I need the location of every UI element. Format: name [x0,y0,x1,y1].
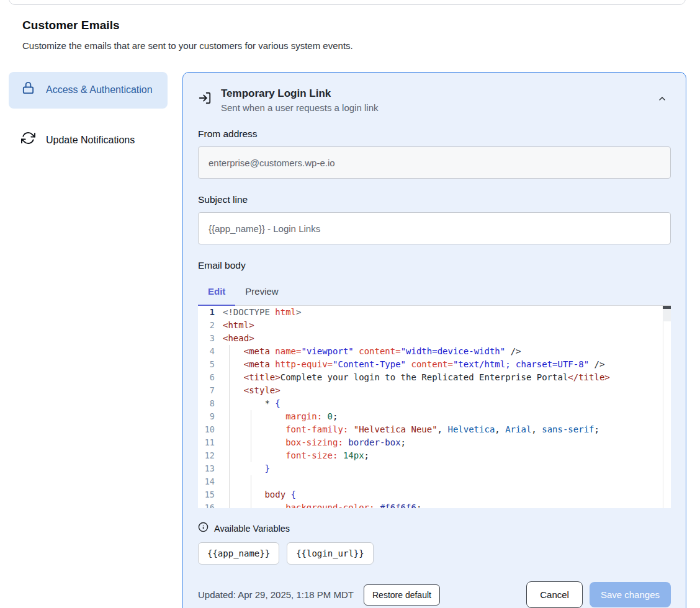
scrollbar-thumb[interactable] [663,306,671,309]
code-line: 16 background-color: #f6f6f6; [198,501,671,508]
code-line: 2<html> [198,319,671,332]
code-line: 15 body { [198,488,671,501]
line-number: 12 [198,449,222,462]
indent-guide [251,423,251,436]
editor-tabs: EditPreview [198,281,671,306]
line-number: 15 [198,488,222,501]
line-number: 4 [198,345,222,358]
indent-guide [229,345,230,358]
from-address-input[interactable] [198,146,671,179]
panel-footer: Updated: Apr 29, 2025, 1:18 PM MDT Resto… [198,581,671,608]
line-number: 6 [198,371,222,384]
code-line: 9 margin: 0; [198,410,671,423]
line-number: 2 [198,319,222,332]
panel-title: Temporary Login Link [221,87,644,100]
refresh-icon [21,131,35,150]
indent-guide [229,488,230,501]
panel-subtitle: Sent when a user requests a login link [221,102,644,113]
sidebar-item-update-notifications[interactable]: Update Notifications [9,122,168,159]
previous-card-bottom-edge [9,0,686,5]
line-number: 1 [198,306,222,319]
chevron-up-icon [657,96,667,105]
available-variables-label: Available Variables [214,524,290,534]
indent-guide [229,501,230,508]
indent-guide [229,423,230,436]
page-title: Customer Emails [22,19,700,32]
line-number: 10 [198,423,222,436]
code-line: 3<head> [198,332,671,345]
line-number: 3 [198,332,222,345]
tab-edit[interactable]: Edit [198,281,235,306]
indent-guide [229,371,230,384]
code-line: 5 <meta http-equiv="Content-Type" conten… [198,358,671,371]
code-line: 14 [198,475,671,488]
line-number: 13 [198,462,222,475]
code-line: 10 font-family: "Helvetica Neue", Helvet… [198,423,671,436]
subject-line-input[interactable] [198,212,671,244]
editor-scrollbar[interactable] [663,306,671,508]
sidebar-item-label: Update Notifications [46,133,135,148]
subject-line-label: Subject line [198,194,671,205]
code-line: 6 <title>Complete your login to the Repl… [198,371,671,384]
variable-chip-login_url[interactable]: {{login_url}} [287,542,374,565]
indent-guide [251,475,251,488]
indent-guide [251,410,251,423]
page-subtitle: Customize the emails that are sent to yo… [22,40,700,51]
line-number: 9 [198,410,222,423]
indent-guide [251,488,251,501]
sidebar: Access & AuthenticationUpdate Notificati… [9,72,168,608]
indent-guide [229,358,230,371]
email-settings-panel: Temporary Login Link Sent when a user re… [182,72,686,608]
email-body-label: Email body [198,260,671,271]
line-number: 5 [198,358,222,371]
cancel-button[interactable]: Cancel [526,581,583,608]
variable-chips: {{app_name}}{{login_url}} [198,542,671,565]
lock-icon [21,81,35,100]
from-address-label: From address [198,128,671,140]
info-icon [198,522,209,535]
indent-guide [251,449,251,462]
indent-guide [229,462,230,475]
page-header: Customer Emails Customize the emails tha… [0,0,700,51]
indent-guide [229,410,230,423]
restore-default-button[interactable]: Restore default [364,584,440,606]
line-number: 16 [198,501,222,508]
line-number: 14 [198,475,222,488]
code-line: 1<!DOCTYPE html> [198,306,671,319]
indent-guide [229,475,230,488]
line-number: 8 [198,397,222,410]
indent-guide [229,436,230,449]
code-line: 4 <meta name="viewport" content="width=d… [198,345,671,358]
line-number: 11 [198,436,222,449]
login-link-icon [198,91,212,107]
collapse-button[interactable] [653,90,671,109]
indent-guide [251,436,251,449]
code-line: 8 * { [198,397,671,410]
save-changes-button[interactable]: Save changes [590,582,671,607]
variable-chip-app_name[interactable]: {{app_name}} [198,542,279,565]
tab-preview[interactable]: Preview [235,281,288,306]
code-line: 13 } [198,462,671,475]
code-line: 7 <style> [198,384,671,397]
line-number: 7 [198,384,222,397]
code-line: 12 font-size: 14px; [198,449,671,462]
email-body-code-editor[interactable]: 1<!DOCTYPE html>2<html>3<head>4 <meta na… [198,306,671,508]
sidebar-item-label: Access & Authentication [46,83,153,98]
indent-guide [229,384,230,397]
indent-guide [229,397,230,410]
indent-guide [229,449,230,462]
sidebar-item-access-authentication[interactable]: Access & Authentication [9,72,168,109]
code-line: 11 box-sizing: border-box; [198,436,671,449]
panel-header: Temporary Login Link Sent when a user re… [198,87,671,113]
indent-guide [251,501,251,508]
updated-timestamp: Updated: Apr 29, 2025, 1:18 PM MDT [198,589,354,600]
